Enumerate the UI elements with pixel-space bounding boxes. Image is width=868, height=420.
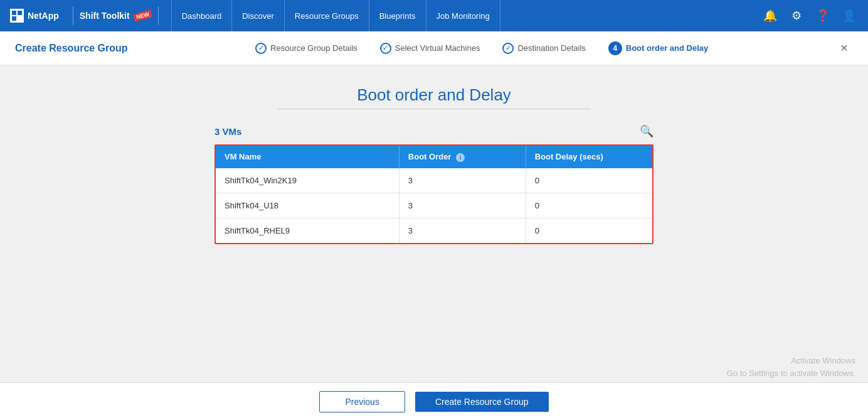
step-1-check-icon: ✓	[255, 43, 267, 54]
nav-blueprints[interactable]: Blueprints	[369, 0, 426, 31]
wizard-step-4: 4 Boot order and Delay	[597, 41, 719, 55]
vm-count: 3 VMs	[214, 126, 241, 137]
svg-rect-2	[12, 16, 16, 21]
vm-name-cell: ShiftTk04_U18	[216, 193, 399, 218]
nav-job-monitoring[interactable]: Job Monitoring	[426, 0, 500, 31]
col-boot-order: Boot Order i	[399, 146, 526, 168]
step-3-label: Destination Details	[517, 43, 585, 53]
boot-order-cell[interactable]	[399, 218, 526, 243]
boot-order-info-icon: i	[456, 153, 465, 162]
table-body: ShiftTk04_Win2K19 ShiftTk04_U18 ShiftTk0…	[216, 168, 652, 243]
boot-order-input[interactable]	[408, 225, 517, 237]
table-area: 3 VMs 🔍 VM Name Boot Order i Boot Delay …	[214, 124, 654, 244]
table-header-row: VM Name Boot Order i Boot Delay (secs)	[216, 146, 652, 168]
boot-delay-input[interactable]	[535, 225, 643, 237]
wizard-step-3: ✓ Destination Details	[491, 43, 596, 54]
wizard-step-2: ✓ Select Virtual Machines	[369, 43, 492, 54]
wizard-steps: ✓ Resource Group Details ✓ Select Virtua…	[128, 41, 835, 55]
footer: Previous Create Resource Group	[0, 382, 868, 420]
title-divider	[277, 109, 591, 109]
vm-name-cell: ShiftTk04_Win2K19	[216, 168, 399, 193]
help-icon[interactable]: ❓	[814, 7, 832, 24]
top-navigation: NetApp Shift Toolkit NEW Dashboard Disco…	[0, 0, 868, 31]
boot-delay-cell[interactable]	[526, 218, 652, 243]
user-icon[interactable]: 👤	[840, 7, 858, 24]
boot-delay-cell[interactable]	[526, 193, 652, 218]
netapp-logo-icon	[10, 9, 24, 23]
boot-delay-cell[interactable]	[526, 168, 652, 193]
new-badge: NEW	[133, 9, 152, 21]
boot-order-input[interactable]	[408, 175, 517, 186]
step-4-label: Boot order and Delay	[626, 43, 708, 53]
boot-order-cell[interactable]	[399, 168, 526, 193]
nav-discover[interactable]: Discover	[231, 0, 284, 31]
watermark-line1: Activate Windows	[727, 355, 855, 367]
col-boot-delay: Boot Delay (secs)	[526, 146, 652, 168]
boot-order-table-wrapper: VM Name Boot Order i Boot Delay (secs) S…	[214, 144, 654, 244]
settings-icon[interactable]: ⚙	[788, 7, 805, 24]
svg-rect-0	[12, 11, 16, 15]
nav-divider-1	[73, 6, 73, 25]
boot-delay-input[interactable]	[535, 200, 643, 212]
boot-order-table: VM Name Boot Order i Boot Delay (secs) S…	[216, 146, 652, 243]
previous-button[interactable]: Previous	[319, 391, 405, 412]
create-resource-group-button[interactable]: Create Resource Group	[415, 392, 549, 412]
nav-dashboard[interactable]: Dashboard	[171, 0, 232, 31]
vm-name-cell: ShiftTk04_RHEL9	[216, 218, 399, 243]
step-3-check-icon: ✓	[502, 43, 514, 54]
watermark: Activate Windows Go to Settings to activ…	[727, 355, 855, 379]
nav-right-icons: 🔔 ⚙ ❓ 👤	[761, 7, 858, 24]
svg-rect-1	[18, 11, 22, 15]
watermark-line2: Go to Settings to activate Windows.	[727, 367, 855, 380]
notifications-icon[interactable]: 🔔	[761, 7, 779, 24]
nav-resource-groups[interactable]: Resource Groups	[284, 0, 369, 31]
page-title: Boot order and Delay	[25, 85, 843, 105]
netapp-logo: NetApp	[10, 9, 59, 23]
shift-toolkit-brand: Shift Toolkit NEW	[80, 11, 152, 21]
table-meta: 3 VMs 🔍	[214, 124, 654, 138]
close-button[interactable]: ×	[835, 38, 853, 58]
nav-divider-2	[158, 6, 159, 25]
wizard-header: Create Resource Group ✓ Resource Group D…	[0, 31, 868, 65]
boot-delay-input[interactable]	[535, 175, 643, 186]
table-row: ShiftTk04_Win2K19	[216, 168, 652, 193]
vm-count-suffix: VMs	[220, 126, 241, 137]
wizard-title: Create Resource Group	[15, 43, 128, 54]
wizard-step-1: ✓ Resource Group Details	[244, 43, 369, 54]
boot-order-cell[interactable]	[399, 193, 526, 218]
col-vm-name: VM Name	[216, 146, 399, 168]
shift-toolkit-text: Shift Toolkit	[80, 11, 130, 21]
step-2-check-icon: ✓	[380, 43, 391, 54]
step-2-label: Select Virtual Machines	[395, 43, 480, 53]
step-4-num: 4	[608, 41, 622, 55]
netapp-text: NetApp	[28, 11, 59, 21]
search-icon[interactable]: 🔍	[640, 124, 654, 138]
table-row: ShiftTk04_U18	[216, 193, 652, 218]
boot-order-input[interactable]	[408, 200, 517, 212]
step-1-label: Resource Group Details	[270, 43, 357, 53]
nav-links: Dashboard Discover Resource Groups Bluep…	[171, 0, 500, 31]
table-row: ShiftTk04_RHEL9	[216, 218, 652, 243]
